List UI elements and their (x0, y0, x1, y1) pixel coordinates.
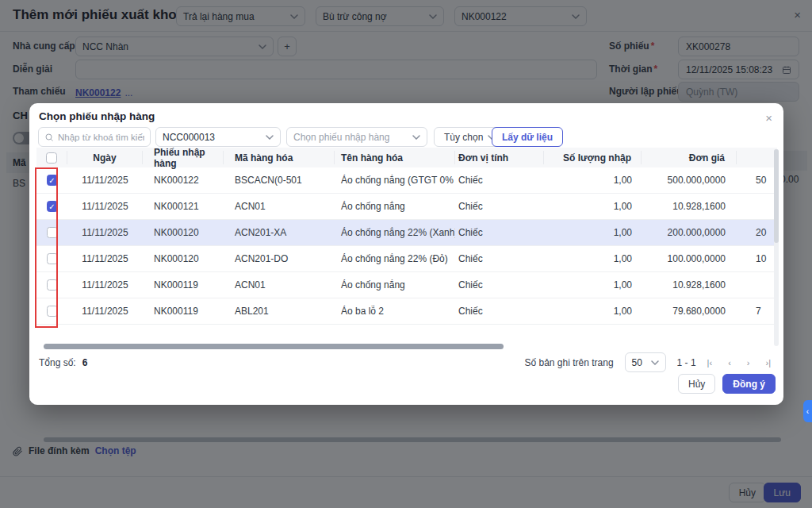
per-page-label: Số bản ghi trên trang (525, 357, 614, 368)
cell-unit: Chiếc (455, 279, 544, 291)
chevron-down-icon (651, 360, 659, 365)
select-all-checkbox[interactable] (46, 152, 57, 164)
cell-code: ACN201-XA (224, 227, 335, 238)
col-header-slip: Phiếu nhập hàng (143, 151, 224, 164)
cell-price: 500.000,0000 (642, 175, 737, 186)
table-row[interactable]: 11/11/2025 NK000120 ACN201-XA Áo chống n… (36, 220, 777, 246)
table-horizontal-scrollbar[interactable] (44, 344, 504, 349)
modal-table-body: 11/11/2025 NK000122 BSCACN(0-501 Áo chốn… (36, 167, 777, 325)
row-checkbox-cell (36, 227, 67, 238)
pager: |‹ ‹ › ›| (707, 358, 771, 368)
cell-unit: Chiếc (455, 201, 544, 212)
cell-qty: 1,00 (544, 279, 642, 291)
cell-price: 200.000,0000 (642, 227, 737, 238)
supplier-filter-select[interactable]: NCC000013 (155, 127, 281, 147)
cell-price: 79.680,0000 (642, 306, 737, 317)
cell-price: 10.928,1600 (642, 201, 737, 212)
row-checkbox-cell (36, 253, 67, 264)
cell-qty: 1,00 (544, 201, 642, 212)
cell-slip: NK000119 (143, 306, 224, 317)
cell-slip: NK000120 (143, 253, 224, 264)
cell-unit: Chiếc (455, 227, 544, 238)
cell-extra: 10 (737, 253, 777, 264)
row-checkbox[interactable] (47, 175, 58, 186)
cell-unit: Chiếc (455, 253, 544, 264)
per-page-select[interactable]: 50 (625, 352, 666, 372)
modal-title: Chọn phiếu nhập hàng (39, 110, 155, 122)
first-page-icon[interactable]: |‹ (707, 358, 713, 368)
cell-qty: 1,00 (544, 306, 642, 317)
next-page-icon[interactable]: › (747, 358, 750, 368)
cell-name: Áo ba lỗ 2 (335, 306, 455, 317)
fetch-data-button[interactable]: Lấy dữ liệu (492, 127, 563, 147)
table-row[interactable]: 11/11/2025 NK000119 ACN01 Áo chống nắng … (36, 272, 777, 298)
import-slip-table: Ngày Phiếu nhập hàng Mã hàng hóa Tên hàn… (36, 148, 777, 325)
cell-code: ACN01 (224, 201, 335, 212)
col-header-qty: Số lượng nhập (544, 151, 642, 164)
cell-name: Áo chống nắng (335, 279, 455, 291)
cell-date: 11/11/2025 (67, 253, 143, 264)
last-page-icon[interactable]: ›| (765, 358, 771, 368)
cell-name: Áo chống nắng (335, 201, 455, 212)
cell-date: 11/11/2025 (67, 306, 143, 317)
col-header-name: Tên hàng hóa (335, 151, 455, 164)
cell-slip: NK000122 (143, 175, 224, 186)
cell-slip: NK000121 (143, 201, 224, 212)
col-header-date: Ngày (67, 151, 143, 164)
cell-code: ABL201 (224, 306, 335, 317)
row-checkbox[interactable] (47, 279, 58, 291)
table-row[interactable]: 11/11/2025 NK000119 ABL201 Áo ba lỗ 2 Ch… (36, 298, 777, 325)
cell-code: BSCACN(0-501 (224, 175, 335, 186)
modal-summary-row: Tổng số: 6 Số bản ghi trên trang 50 1 - … (39, 352, 771, 372)
cell-date: 11/11/2025 (67, 201, 143, 212)
col-header-unit: Đơn vị tính (455, 151, 544, 164)
cell-date: 11/11/2025 (67, 279, 143, 291)
page-range: 1 - 1 (677, 357, 696, 368)
row-checkbox-cell (36, 175, 67, 186)
cell-extra: 7 (737, 306, 777, 317)
cell-slip: NK000119 (143, 279, 224, 291)
row-checkbox-cell (36, 279, 67, 291)
row-checkbox[interactable] (47, 227, 58, 238)
panel-collapse-tab[interactable]: ‹ (803, 400, 812, 422)
search-input[interactable] (58, 133, 144, 142)
table-vertical-scrollbar-thumb[interactable] (774, 149, 779, 243)
cell-qty: 1,00 (544, 175, 642, 186)
cell-name: Áo chống nắng (GTGT 0% -... (335, 175, 455, 186)
modal-ok-button[interactable]: Đồng ý (722, 374, 776, 394)
table-header-row: Ngày Phiếu nhập hàng Mã hàng hóa Tên hàn… (36, 148, 777, 167)
cell-qty: 1,00 (544, 253, 642, 264)
cell-unit: Chiếc (455, 175, 544, 186)
cell-code: ACN201-DO (224, 253, 335, 264)
cell-price: 10.928,1600 (642, 279, 737, 291)
table-vertical-scrollbar[interactable] (774, 149, 779, 346)
cell-extra: 50 (737, 175, 777, 186)
cell-extra: 20 (737, 227, 777, 238)
modal-cancel-button[interactable]: Hủy (678, 374, 715, 394)
row-checkbox[interactable] (47, 306, 58, 317)
row-checkbox-cell (36, 306, 67, 317)
cell-date: 11/11/2025 (67, 175, 143, 186)
import-slip-filter-select[interactable]: Chọn phiếu nhập hàng (286, 127, 427, 147)
cell-name: Áo chống nắng 22% (Xanh) (335, 227, 455, 238)
search-input-wrap (38, 127, 151, 147)
modal-footer: Hủy Đồng ý (678, 374, 776, 394)
col-header-price: Đơn giá (642, 151, 737, 164)
col-header-code: Mã hàng hóa (224, 151, 335, 164)
cell-date: 11/11/2025 (67, 227, 143, 238)
select-import-slip-modal: Chọn phiếu nhập hàng × NCC000013 Chọn ph… (29, 103, 783, 405)
row-checkbox[interactable] (47, 201, 58, 212)
cell-qty: 1,00 (544, 227, 642, 238)
cell-slip: NK000120 (143, 227, 224, 238)
table-row[interactable]: 11/11/2025 NK000120 ACN201-DO Áo chống n… (36, 246, 777, 272)
row-checkbox[interactable] (47, 253, 58, 264)
table-row[interactable]: 11/11/2025 NK000121 ACN01 Áo chống nắng … (36, 194, 777, 220)
chevron-down-icon (266, 135, 274, 140)
search-icon (44, 133, 54, 142)
table-row[interactable]: 11/11/2025 NK000122 BSCACN(0-501 Áo chốn… (36, 167, 777, 194)
col-header-extra (737, 151, 777, 164)
cell-code: ACN01 (224, 279, 335, 291)
prev-page-icon[interactable]: ‹ (728, 358, 731, 368)
modal-close-icon[interactable]: × (765, 111, 772, 125)
cell-price: 100.000,0000 (642, 253, 737, 264)
